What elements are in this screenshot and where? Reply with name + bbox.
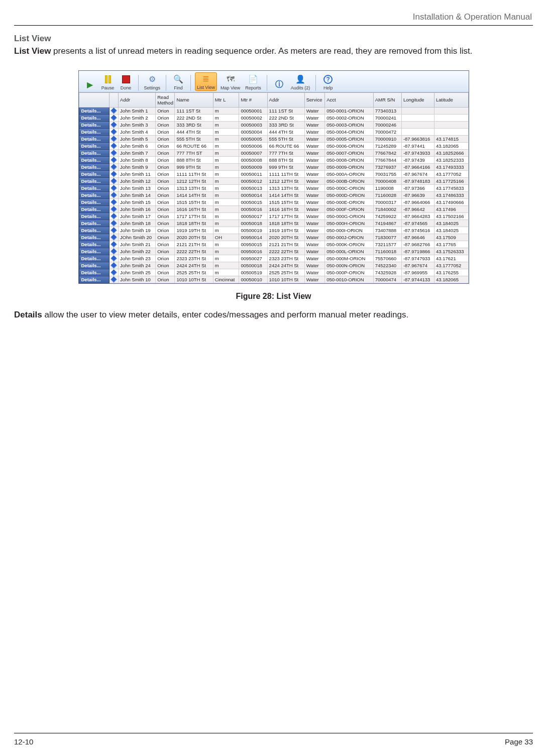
cell-lat — [434, 128, 468, 135]
cell-acct: 050-000L-ORION — [325, 248, 374, 255]
cell-lat: 43.17509 — [434, 234, 468, 241]
details-button[interactable]: Details... — [79, 198, 110, 205]
col-lon[interactable]: Longitude — [401, 92, 434, 107]
col-mtrl[interactable]: Mtr L — [213, 92, 239, 107]
cell-lat: 43.17490666 — [434, 198, 468, 205]
cell-mtrnum: 00050005 — [239, 135, 267, 142]
details-button[interactable]: Details... — [79, 177, 110, 184]
details-button[interactable]: Details... — [79, 248, 110, 255]
diamond-icon — [111, 255, 117, 262]
cell-amr: 77340313 — [373, 107, 401, 114]
cell-lat: 43.17526333 — [434, 248, 468, 255]
status-icon — [110, 227, 119, 234]
pause-button[interactable]: Pause — [100, 73, 116, 91]
details-button[interactable]: Details... — [79, 128, 110, 135]
cell-mtrnum: 00500519 — [239, 269, 267, 276]
table-row: Details...John Smith 4Orion444 4TH Stm00… — [79, 128, 468, 135]
table-row: Details...JOhn Smith 20Orion2020 20TH St… — [79, 234, 468, 241]
details-note-bold: Details — [14, 310, 42, 319]
col-lat[interactable]: Latitude — [434, 92, 468, 107]
details-button[interactable]: Details... — [79, 184, 110, 191]
col-stat[interactable] — [110, 92, 119, 107]
cell-lat: 43.17745833 — [434, 184, 468, 191]
diamond-icon — [111, 227, 117, 234]
audits-button[interactable]: 👤Audits (2) — [289, 73, 312, 91]
cell-service: Water — [304, 191, 324, 198]
col-mtrnum[interactable]: Mtr # — [239, 92, 267, 107]
details-button[interactable]: Details... — [79, 107, 110, 114]
col-service[interactable]: Service — [304, 92, 324, 107]
table-row: Details...John Smith 17Orion1717 17TH St… — [79, 212, 468, 220]
settings-button[interactable]: ⚙Settings — [143, 73, 162, 91]
details-button[interactable]: Details... — [79, 156, 110, 163]
cell-acct: 050-0005-ORION — [325, 135, 374, 142]
details-button[interactable]: Details... — [79, 255, 110, 262]
cell-addr: 1414 14TH St — [267, 191, 304, 198]
done-button[interactable]: Done — [118, 73, 134, 91]
col-details[interactable] — [79, 92, 110, 107]
cell-lon: -87.9663816 — [401, 135, 434, 142]
details-button[interactable]: Details... — [79, 220, 110, 227]
cell-mtrl: m — [213, 212, 239, 220]
cell-lat: 43.17486333 — [434, 191, 468, 198]
cell-mtrl: m — [213, 248, 239, 255]
details-button[interactable]: Details... — [79, 121, 110, 128]
play-button[interactable]: ▶ — [82, 79, 98, 91]
find-button[interactable]: 🔍Find — [170, 73, 186, 91]
reports-button[interactable]: 📄Reports — [244, 73, 263, 91]
cell-amr: 70000408 — [373, 177, 401, 184]
details-button[interactable]: Details... — [79, 170, 110, 177]
cell-mtrnum: 00050006 — [239, 142, 267, 149]
cell-acct: 050-000I-ORION — [325, 227, 374, 234]
details-button[interactable]: Details... — [79, 149, 110, 156]
cell-addr: 1111 11TH St — [267, 170, 304, 177]
cell-lat: 43.182065 — [434, 276, 468, 283]
map-view-button[interactable]: 🗺Map View — [219, 73, 242, 91]
status-icon — [110, 135, 119, 142]
cell-amr: 70000246 — [373, 121, 401, 128]
details-button[interactable]: Details... — [79, 114, 110, 121]
rep-icon: 📄 — [248, 74, 259, 85]
col-amr[interactable]: AMR S/N — [373, 92, 401, 107]
details-button[interactable]: Details... — [79, 205, 110, 212]
cell-name0: John Smith 2 — [119, 114, 156, 121]
aud-icon: 👤 — [295, 74, 306, 85]
details-button[interactable]: Details... — [79, 262, 110, 269]
cell-mtrnum: 00050009 — [239, 163, 267, 170]
details-button[interactable]: Details... — [79, 212, 110, 220]
cell-rmeth: Orion — [156, 184, 175, 191]
details-button[interactable]: Details... — [79, 135, 110, 142]
details-button[interactable]: Details... — [79, 163, 110, 170]
col-addr[interactable]: Addr — [267, 92, 304, 107]
details-button[interactable]: Details... — [79, 269, 110, 276]
cell-service: Water — [304, 149, 324, 156]
cell-rmeth: Orion — [156, 262, 175, 269]
details-button[interactable]: Details... — [79, 227, 110, 234]
details-button[interactable]: Details... — [79, 142, 110, 149]
cell-amr: 73407888 — [373, 227, 401, 234]
info-button[interactable]: ⓘ — [271, 79, 287, 91]
col-rmeth[interactable]: Read Method — [156, 92, 175, 107]
cell-service: Water — [304, 156, 324, 163]
details-button[interactable]: Details... — [79, 191, 110, 198]
col-name0[interactable]: Addr — [119, 92, 156, 107]
col-acct[interactable]: Acct — [325, 92, 374, 107]
cell-name0: John Smith 6 — [119, 142, 156, 149]
help-button[interactable]: ?Help — [320, 73, 336, 91]
cell-addr: 555 5TH St — [267, 135, 304, 142]
status-icon — [110, 156, 119, 163]
table-row: Details...John Smith 8Orion888 8TH Stm00… — [79, 156, 468, 163]
details-button[interactable]: Details... — [79, 276, 110, 283]
toolbar-label: Done — [121, 85, 132, 90]
cell-amr: 70000317 — [373, 198, 401, 205]
details-button[interactable]: Details... — [79, 234, 110, 241]
cell-mtrl: m — [213, 241, 239, 248]
cell-rmeth: Orion — [156, 191, 175, 198]
col-name[interactable]: Name — [175, 92, 213, 107]
cell-service: Water — [304, 248, 324, 255]
cell-name: 2020 20TH St — [175, 234, 213, 241]
cell-acct: 050-0006-ORION — [325, 142, 374, 149]
list-view-button[interactable]: ≣List View — [195, 72, 217, 91]
details-button[interactable]: Details... — [79, 241, 110, 248]
cell-mtrl: m — [213, 142, 239, 149]
